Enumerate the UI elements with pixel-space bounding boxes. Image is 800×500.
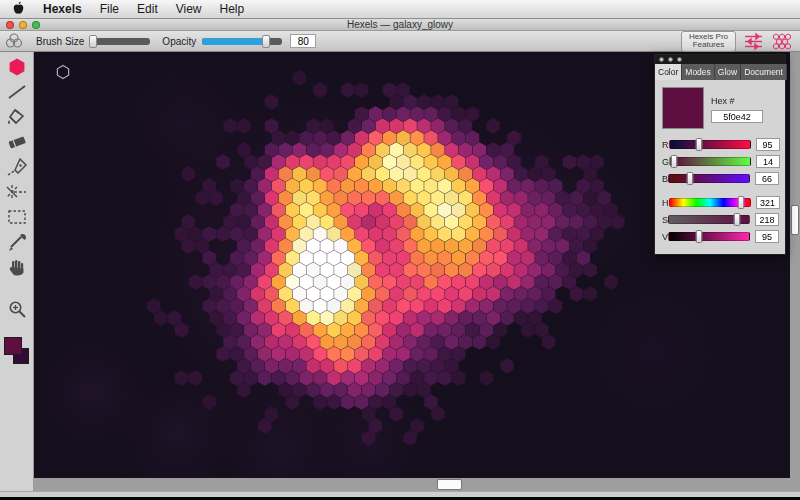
tool-pan-hand[interactable] <box>4 257 30 277</box>
window-title: Hexels — galaxy_glowy <box>0 19 800 30</box>
color-swatches <box>3 337 31 367</box>
color-sliders: RGBHSV <box>662 136 778 245</box>
slider-track-s[interactable] <box>668 215 750 224</box>
panel-zoom-button[interactable] <box>677 57 682 62</box>
slider-value-r[interactable] <box>756 138 780 151</box>
opacity-value-field[interactable] <box>290 34 316 48</box>
tool-fill-bucket[interactable] <box>4 107 30 127</box>
scrollbar-corner <box>790 478 800 491</box>
tab-color[interactable]: Color <box>655 64 682 80</box>
hexel-grid-icon[interactable] <box>771 32 792 51</box>
color-panel-body: Hex # RGBHSV <box>655 80 785 254</box>
zoom-icon <box>7 300 27 320</box>
fill-bucket-icon <box>6 108 28 126</box>
opacity-slider[interactable] <box>202 38 282 45</box>
opacity-thumb[interactable] <box>262 35 270 48</box>
menu-item-view[interactable]: View <box>176 2 202 16</box>
tool-sidebar <box>0 52 34 491</box>
slider-row-s: S <box>662 211 778 228</box>
brush-size-label: Brush Size <box>36 36 84 47</box>
tab-document[interactable]: Document <box>741 64 787 80</box>
color-panel-header[interactable] <box>655 55 785 64</box>
slider-value-v[interactable] <box>755 230 779 243</box>
color-panel-tabs: ColorModesGlowDocument <box>655 64 785 80</box>
eyedropper-icon <box>7 233 27 251</box>
menu-app-name[interactable]: Hexels <box>43 2 82 16</box>
slider-value-g[interactable] <box>756 155 780 168</box>
slider-row-b: B <box>662 170 778 187</box>
current-color-swatch <box>662 87 704 129</box>
slider-track-h[interactable] <box>669 198 751 207</box>
adjust-sliders-icon[interactable] <box>743 32 764 51</box>
panel-minimize-button[interactable] <box>668 57 673 62</box>
pro-button-line2: Features <box>689 41 728 50</box>
tool-eyedropper[interactable] <box>4 232 30 252</box>
slider-row-h: H <box>662 194 778 211</box>
color-panel: ColorModesGlowDocument Hex # RGBHSV <box>654 54 786 255</box>
opacity-fill <box>202 38 266 45</box>
pen-icon <box>6 157 28 177</box>
slider-thumb-h[interactable] <box>737 196 744 209</box>
tool-zoom[interactable] <box>4 300 30 320</box>
tool-hexel-brush[interactable] <box>4 57 30 77</box>
hexels-logo-icon <box>4 32 24 50</box>
window-title-bar[interactable]: Hexels — galaxy_glowy <box>0 19 800 31</box>
marquee-select-icon <box>7 209 27 225</box>
slider-row-v: V <box>662 228 778 245</box>
slider-track-v[interactable] <box>668 232 750 241</box>
slider-thumb-g[interactable] <box>671 155 678 168</box>
slider-row-g: G <box>662 153 778 170</box>
slider-label-r: R <box>662 140 669 150</box>
hex-value-field[interactable] <box>711 110 763 123</box>
horizontal-scrollbar-thumb[interactable] <box>437 479 462 490</box>
eraser-icon <box>6 134 28 150</box>
foreground-color-swatch[interactable] <box>4 337 22 355</box>
menu-item-edit[interactable]: Edit <box>137 2 158 16</box>
opacity-label: Opacity <box>162 36 196 47</box>
tool-marquee-select[interactable] <box>4 207 30 227</box>
hexels-pro-features-button[interactable]: Hexels Pro Features <box>681 31 736 52</box>
slider-label-g: G <box>662 157 669 167</box>
menu-bar: Hexels File Edit View Help <box>0 0 800 19</box>
tool-line[interactable] <box>4 82 30 102</box>
vertical-scrollbar-thumb[interactable] <box>791 205 799 235</box>
slider-value-s[interactable] <box>755 213 779 226</box>
tab-modes[interactable]: Modes <box>682 64 715 80</box>
tab-glow[interactable]: Glow <box>715 64 741 80</box>
brush-size-thumb[interactable] <box>89 35 97 48</box>
pan-hand-icon <box>8 258 26 276</box>
brush-size-slider[interactable] <box>90 38 150 45</box>
menu-item-help[interactable]: Help <box>220 2 245 16</box>
hex-label: Hex # <box>711 96 763 106</box>
tool-eraser[interactable] <box>4 132 30 152</box>
horizontal-scrollbar[interactable] <box>34 478 790 491</box>
screen: Hexels File Edit View Help Hexels — gala… <box>0 0 800 500</box>
hexel-brush-icon <box>7 57 27 77</box>
menu-item-file[interactable]: File <box>100 2 119 16</box>
panel-close-button[interactable] <box>659 57 664 62</box>
slider-thumb-s[interactable] <box>734 213 741 226</box>
slider-row-r: R <box>662 136 778 153</box>
tool-magic-wand[interactable] <box>4 182 30 202</box>
apple-menu[interactable] <box>12 1 25 18</box>
slider-label-h: H <box>662 198 669 208</box>
slider-value-h[interactable] <box>756 196 780 209</box>
magic-wand-icon <box>6 183 28 201</box>
vertical-scrollbar[interactable] <box>790 52 800 478</box>
slider-thumb-b[interactable] <box>686 172 693 185</box>
slider-track-b[interactable] <box>668 174 750 183</box>
toolbar: Brush Size Opacity Hexels Pro Features <box>0 31 800 52</box>
slider-value-b[interactable] <box>755 172 779 185</box>
apple-icon <box>12 1 25 15</box>
slider-thumb-v[interactable] <box>695 230 702 243</box>
tool-pen[interactable] <box>4 157 30 177</box>
slider-thumb-r[interactable] <box>696 138 703 151</box>
slider-track-r[interactable] <box>669 140 751 149</box>
line-icon <box>7 84 27 100</box>
slider-track-g[interactable] <box>669 157 751 166</box>
